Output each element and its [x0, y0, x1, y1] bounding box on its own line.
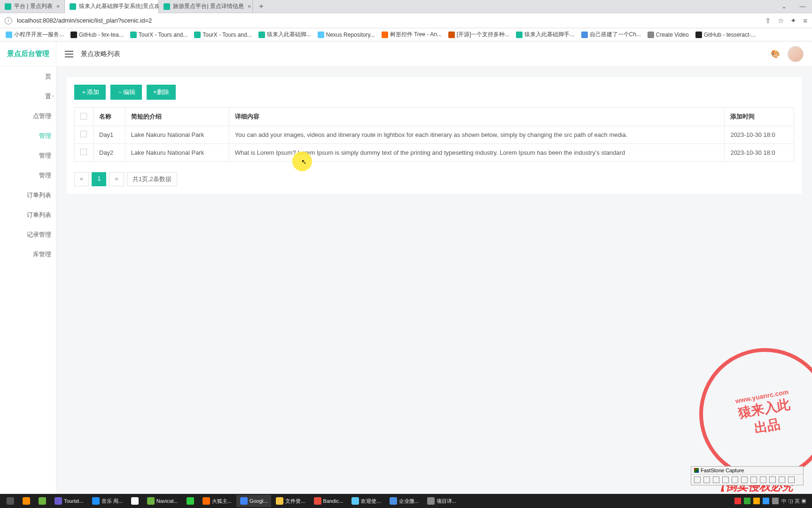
- taskbar-item[interactable]: 音乐 周...: [88, 495, 126, 507]
- delete-button[interactable]: ×删除: [147, 85, 176, 100]
- taskbar-item[interactable]: [183, 495, 198, 507]
- tray-icon[interactable]: [734, 498, 741, 504]
- tool-icon[interactable]: [750, 476, 757, 483]
- bookmark-item[interactable]: 小程序开发—服务...: [4, 30, 66, 40]
- tray-icon[interactable]: [753, 498, 760, 504]
- browser-tab[interactable]: 猿来入此基础脚手架系统|景点攻 ×: [65, 0, 159, 13]
- tool-icon[interactable]: [788, 476, 795, 483]
- dropdown-icon[interactable]: ⌄: [774, 3, 793, 10]
- tool-icon[interactable]: [760, 476, 766, 483]
- avatar[interactable]: [788, 46, 804, 62]
- row-checkbox[interactable]: [80, 131, 87, 137]
- page-current[interactable]: 1: [92, 172, 106, 186]
- bookmark-item[interactable]: 树形控件 Tree - An...: [380, 30, 444, 40]
- row-checkbox[interactable]: [80, 149, 87, 155]
- hamburger-icon[interactable]: [65, 51, 73, 57]
- bookmark-item[interactable]: TourX - Tours and...: [128, 31, 190, 39]
- bookmark-icon: [70, 32, 77, 38]
- tray-icon[interactable]: [772, 498, 779, 504]
- app-icon: [314, 497, 321, 505]
- edit-button[interactable]: －编辑: [110, 85, 142, 100]
- sidebar-item-home[interactable]: 页: [0, 67, 56, 87]
- system-tray[interactable]: 中 ⁝)) 英 ▣: [734, 498, 810, 505]
- sidebar-item-settings[interactable]: 置: [0, 87, 56, 106]
- sidebar-item-sub[interactable]: 订单列表: [0, 205, 56, 225]
- data-table: 名称 简短的介绍 详细内容 添加时间 Day1 Lake Nakuru Nati…: [74, 107, 794, 162]
- bookmark-item[interactable]: 猿来入此基础脚手...: [514, 30, 576, 40]
- table-row[interactable]: Day2 Lake Nakuru National Park What is L…: [75, 144, 794, 162]
- bookmark-item[interactable]: 猿来入此基础脚...: [257, 30, 313, 40]
- browser-tab[interactable]: 旅游景点平台| 景点详情信息 ×: [159, 0, 253, 13]
- bookmark-icon: [318, 32, 324, 38]
- start-icon: [7, 497, 14, 505]
- tray-icon[interactable]: [763, 498, 769, 504]
- tool-icon[interactable]: [732, 476, 738, 483]
- app-icon: [131, 497, 139, 505]
- taskbar-item[interactable]: 企业微...: [386, 495, 422, 507]
- taskbar-item[interactable]: Tourist...: [51, 495, 87, 507]
- taskbar-item[interactable]: [127, 495, 142, 507]
- app-icon: [147, 497, 155, 505]
- taskbar-item[interactable]: 文件资...: [272, 495, 309, 507]
- bookmark-item[interactable]: TourX - Tours and...: [192, 31, 254, 39]
- bookmark-item[interactable]: Create Video: [646, 31, 691, 39]
- taskbar-item[interactable]: Bandic...: [310, 495, 347, 507]
- taskbar-item[interactable]: 项目详...: [423, 495, 460, 507]
- page-next[interactable]: »: [109, 172, 124, 186]
- close-icon[interactable]: ×: [56, 3, 60, 10]
- sidebar-item-sub[interactable]: 订单列表: [0, 185, 56, 205]
- taskbar-item[interactable]: [35, 495, 50, 507]
- tray-icon[interactable]: [744, 498, 750, 504]
- app-icon: [23, 497, 30, 505]
- bookmark-item[interactable]: GitHub - fex-tea...: [69, 31, 125, 39]
- taskbar-item[interactable]: Googl...: [236, 495, 272, 507]
- taskbar-item[interactable]: 欢迎使...: [348, 495, 384, 507]
- palette-icon[interactable]: 🎨: [771, 49, 780, 58]
- taskbar-item[interactable]: [19, 495, 34, 507]
- new-tab-button[interactable]: ＋: [253, 1, 270, 11]
- page-prev[interactable]: «: [74, 172, 89, 186]
- bookmark-icon: [382, 32, 388, 38]
- bookmark-item[interactable]: GitHub - tesseract-...: [694, 31, 758, 39]
- sidebar-item-scenic[interactable]: 点管理: [0, 106, 56, 126]
- sidebar-item-sub[interactable]: 记录管理: [0, 225, 56, 245]
- share-icon[interactable]: ⇪: [765, 16, 771, 25]
- sidebar-item-sub[interactable]: 库管理: [0, 245, 56, 264]
- tool-icon[interactable]: [722, 476, 729, 483]
- bookmark-item[interactable]: [开源]一个支持多种...: [446, 30, 512, 40]
- add-button[interactable]: ＋添加: [74, 85, 106, 100]
- extensions-icon[interactable]: ✦: [790, 16, 796, 25]
- site-info-icon[interactable]: i: [5, 17, 12, 24]
- minimize-icon[interactable]: —: [793, 3, 812, 10]
- bookmark-item[interactable]: 自己搭建了一个Ch...: [579, 30, 643, 40]
- tool-icon[interactable]: [769, 476, 776, 483]
- favicon-icon: [164, 3, 170, 10]
- tool-icon[interactable]: [694, 476, 701, 483]
- sidebar-item-sub[interactable]: 管理: [0, 166, 56, 185]
- browser-tab[interactable]: 平台 | 景点列表 ×: [0, 0, 65, 13]
- tab-title: 旅游景点平台| 景点详情信息: [173, 2, 243, 10]
- app-icon: [351, 497, 359, 505]
- menu-icon[interactable]: ≡: [803, 16, 807, 25]
- app-icon: [203, 497, 210, 505]
- breadcrumb: 景点攻略列表: [81, 50, 120, 58]
- start-button[interactable]: [3, 495, 18, 507]
- close-icon[interactable]: ×: [248, 3, 251, 10]
- tool-icon[interactable]: [713, 476, 719, 483]
- taskbar-item[interactable]: 火狐主...: [199, 495, 235, 507]
- table-header-row: 名称 简短的介绍 详细内容 添加时间: [75, 108, 794, 126]
- star-icon[interactable]: ☆: [778, 16, 784, 25]
- cursor-icon: ↖: [301, 158, 307, 166]
- tool-icon[interactable]: [703, 476, 710, 483]
- sidebar-item-sub[interactable]: 管理: [0, 146, 56, 166]
- taskbar-item[interactable]: Navicat...: [143, 495, 182, 507]
- url-field[interactable]: localhost:8082/admin/scenic/list_plan?sc…: [17, 17, 765, 24]
- faststone-toolbar[interactable]: FastStone Capture: [691, 466, 804, 485]
- checkbox-all[interactable]: [80, 113, 87, 119]
- faststone-icon: [694, 468, 699, 473]
- table-row[interactable]: Day1 Lake Nakuru National Park You can a…: [75, 126, 794, 144]
- tool-icon[interactable]: [779, 476, 785, 483]
- sidebar-item-sub[interactable]: 管理: [0, 126, 56, 146]
- bookmark-item[interactable]: Nexus Repository...: [316, 31, 377, 39]
- tool-icon[interactable]: [741, 476, 748, 483]
